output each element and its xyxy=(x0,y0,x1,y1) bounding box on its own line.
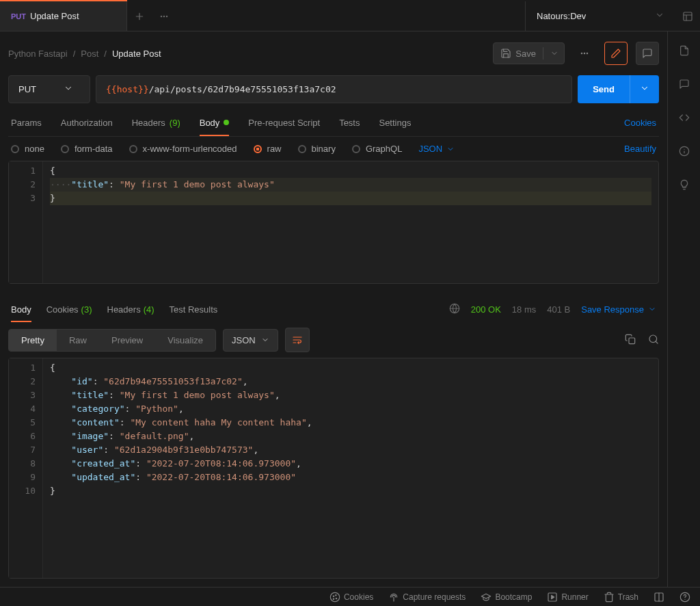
request-more-button[interactable] xyxy=(573,42,596,65)
status-size: 401 B xyxy=(547,304,570,315)
body-type-binary[interactable]: binary xyxy=(298,144,336,154)
tab-body[interactable]: Body xyxy=(200,109,230,136)
globe-icon[interactable] xyxy=(449,303,460,316)
chevron-down-icon xyxy=(64,83,73,95)
footer-bootcamp[interactable]: Bootcamp xyxy=(481,592,532,603)
svg-point-0 xyxy=(161,16,161,16)
new-tab-button[interactable] xyxy=(127,4,152,29)
footer-runner[interactable]: Runner xyxy=(547,592,588,603)
view-switch: Pretty Raw Preview Visualize xyxy=(8,329,216,352)
copy-icon xyxy=(625,334,636,345)
code-area[interactable]: { ····"title": "My first 1 demo post alw… xyxy=(43,161,658,283)
footer-trash[interactable]: Trash xyxy=(604,592,638,603)
bulb-icon[interactable] xyxy=(679,179,690,192)
environment-selector[interactable]: Natours:Dev xyxy=(525,1,675,31)
panes-icon xyxy=(654,592,664,603)
breadcrumb: Python Fastapi / Post / Update Post xyxy=(8,49,161,59)
body-type-none[interactable]: none xyxy=(11,144,44,154)
save-button[interactable]: Save xyxy=(493,42,565,64)
footer-capture[interactable]: Capture requests xyxy=(388,592,466,603)
comments-icon[interactable] xyxy=(679,79,690,92)
response-toolbar: Pretty Raw Preview Visualize JSON xyxy=(8,322,659,358)
status-time: 18 ms xyxy=(512,304,536,315)
body-type-form-data[interactable]: form-data xyxy=(61,144,113,154)
response-format-selector[interactable]: JSON xyxy=(223,329,278,352)
play-icon xyxy=(547,592,558,603)
body-type-raw[interactable]: raw xyxy=(254,144,282,154)
send-button[interactable]: Send xyxy=(578,75,659,103)
tab-tests[interactable]: Tests xyxy=(339,109,360,136)
view-pretty[interactable]: Pretty xyxy=(9,330,57,351)
resp-tab-body[interactable]: Body xyxy=(11,296,31,322)
response-body-editor[interactable]: 12345678910 { "id": "62d7b94e75551053f13… xyxy=(8,358,659,579)
chevron-down-icon xyxy=(550,49,558,57)
tab-more-button[interactable] xyxy=(152,4,176,29)
comment-mode-button[interactable] xyxy=(636,42,659,65)
body-type-graphql[interactable]: GraphQL xyxy=(352,144,402,154)
resp-tab-test-results[interactable]: Test Results xyxy=(170,296,218,322)
tab-headers[interactable]: Headers (9) xyxy=(132,109,180,136)
send-dropdown[interactable] xyxy=(630,75,659,103)
breadcrumb-current: Update Post xyxy=(112,49,161,59)
footer-cookies[interactable]: Cookies xyxy=(329,592,373,603)
tab-prerequest[interactable]: Pre-request Script xyxy=(248,109,320,136)
svg-point-1 xyxy=(163,16,164,16)
save-response-button[interactable]: Save Response xyxy=(581,304,656,315)
code-icon[interactable] xyxy=(679,112,690,125)
wrap-lines-button[interactable] xyxy=(285,328,310,352)
method-selector[interactable]: PUT xyxy=(8,75,90,103)
status-code: 200 OK xyxy=(471,304,501,315)
beautify-button[interactable]: Beautify xyxy=(624,144,656,154)
body-type-urlencoded[interactable]: x-www-form-urlencoded xyxy=(129,144,237,154)
layout-icon xyxy=(682,11,693,22)
request-body-editor[interactable]: 123 { ····"title": "My first 1 demo post… xyxy=(8,161,659,284)
save-icon xyxy=(500,48,511,59)
tab-authorization[interactable]: Authorization xyxy=(61,109,113,136)
view-preview[interactable]: Preview xyxy=(99,330,155,351)
tab-method-label: PUT xyxy=(11,12,26,21)
environment-quicklook-button[interactable] xyxy=(675,4,700,29)
url-path: /api/posts/62d7b94e75551053f13a7c02 xyxy=(149,84,336,94)
body-type-row: none form-data x-www-form-urlencoded raw… xyxy=(8,136,659,161)
url-variable: {{host}} xyxy=(106,84,149,94)
url-input[interactable]: {{host}}/api/posts/62d7b94e75551053f13a7… xyxy=(96,75,572,103)
breadcrumb-collection[interactable]: Python Fastapi xyxy=(8,49,68,59)
save-label: Save xyxy=(515,49,536,59)
resp-tab-headers[interactable]: Headers (4) xyxy=(107,296,154,322)
resp-tab-cookies[interactable]: Cookies (3) xyxy=(46,296,92,322)
plus-icon xyxy=(134,11,145,22)
footer-help[interactable] xyxy=(679,592,690,603)
breadcrumb-folder[interactable]: Post xyxy=(81,49,98,59)
chevron-down-icon xyxy=(655,10,664,22)
edit-button[interactable] xyxy=(604,42,628,65)
search-button[interactable] xyxy=(648,334,659,347)
tab-params[interactable]: Params xyxy=(11,109,42,136)
svg-rect-3 xyxy=(684,12,692,21)
search-icon xyxy=(648,334,659,345)
code-area[interactable]: { "id": "62d7b94e75551053f13a7c02", "tit… xyxy=(43,358,658,578)
svg-rect-9 xyxy=(629,338,635,344)
svg-point-5 xyxy=(581,53,582,53)
view-visualize[interactable]: Visualize xyxy=(155,330,215,351)
environment-name: Natours:Dev xyxy=(537,11,586,21)
response-tabs: Body Cookies (3) Headers (4) Test Result… xyxy=(8,296,659,322)
raw-format-selector[interactable]: JSON xyxy=(418,144,455,154)
help-icon xyxy=(679,592,690,603)
tab-settings[interactable]: Settings xyxy=(379,109,411,136)
request-tab[interactable]: PUT Update Post xyxy=(0,1,127,31)
more-horizontal-icon xyxy=(159,11,170,22)
documentation-icon[interactable] xyxy=(679,45,690,58)
cookies-link[interactable]: Cookies xyxy=(624,118,656,128)
send-label: Send xyxy=(578,76,630,103)
footer-panes[interactable] xyxy=(654,592,664,603)
graduation-cap-icon xyxy=(481,592,492,603)
footer-bar: Cookies Capture requests Bootcamp Runner… xyxy=(0,587,700,606)
view-raw[interactable]: Raw xyxy=(57,330,99,351)
copy-button[interactable] xyxy=(625,334,636,347)
svg-point-12 xyxy=(333,596,334,596)
chevron-down-icon xyxy=(648,305,656,313)
tab-bar: PUT Update Post Natours:Dev xyxy=(0,1,700,31)
body-modified-dot-icon xyxy=(224,120,229,125)
svg-point-11 xyxy=(330,592,339,601)
info-icon[interactable] xyxy=(679,146,690,159)
